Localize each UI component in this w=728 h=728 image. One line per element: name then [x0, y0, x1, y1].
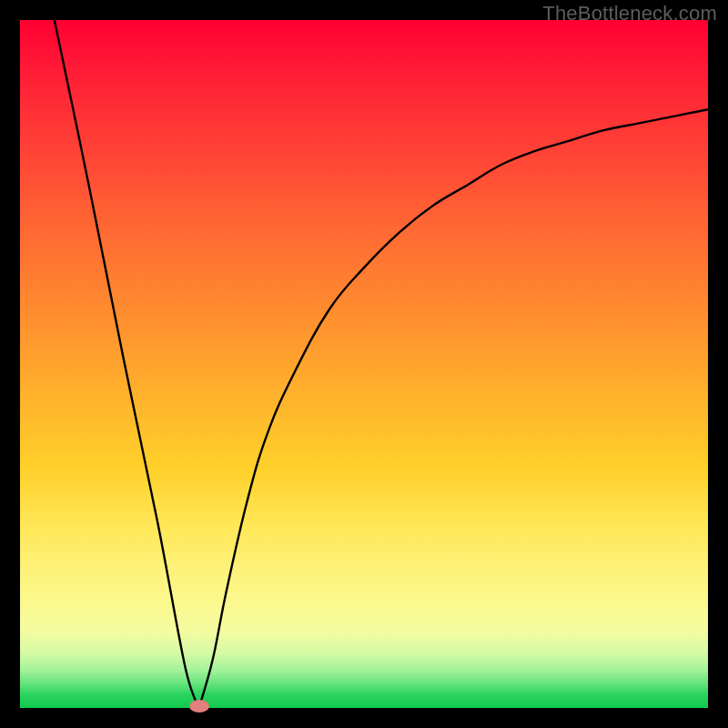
curve-svg [20, 20, 708, 708]
bottleneck-curve [55, 20, 708, 708]
minimum-marker [189, 700, 209, 713]
plot-area [20, 20, 708, 708]
chart-frame: TheBottleneck.com [0, 0, 728, 728]
